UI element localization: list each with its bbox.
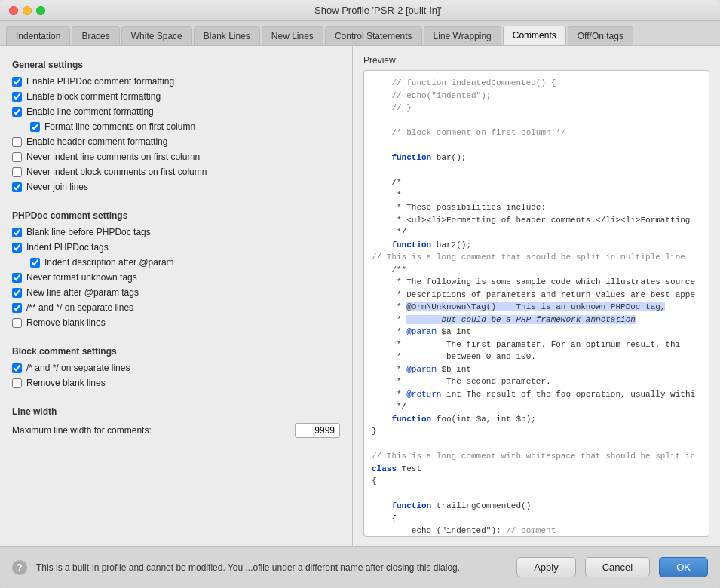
checkbox-format-first-col: Format line comments on first column — [12, 121, 340, 132]
checkbox-enable-header: Enable header comment formatting — [12, 136, 340, 147]
window-title: Show Profile 'PSR-2 [built-in]' — [45, 5, 711, 16]
block-settings-title: Block comment settings — [12, 346, 340, 357]
tab-comments[interactable]: Comments — [503, 26, 566, 45]
code-content: // function indentedCommented() { // ech… — [364, 71, 709, 536]
checkbox-block-separate-label: /* and */ on separate lines — [26, 363, 130, 373]
checkbox-enable-line-label: Enable line comment formatting — [26, 106, 154, 117]
checkbox-indent-phpdoc: Indent PHPDoc tags — [12, 242, 340, 253]
checkbox-never-format-unknown: Never format unknown tags — [12, 272, 340, 283]
checkbox-never-join-label: Never join lines — [26, 182, 88, 192]
checkbox-never-indent-line: Never indent line comments on first colu… — [12, 152, 340, 162]
titlebar: Show Profile 'PSR-2 [built-in]' — [0, 0, 720, 21]
tabs-bar: Indentation Braces White Space Blank Lin… — [0, 21, 720, 46]
tab-control-statements[interactable]: Control Statements — [325, 26, 422, 45]
cancel-button[interactable]: Cancel — [585, 557, 650, 577]
apply-button[interactable]: Apply — [516, 557, 576, 577]
checkbox-never-indent-block-input[interactable] — [12, 167, 22, 177]
footer: ? This is a built-in profile and cannot … — [0, 546, 720, 588]
checkbox-never-join: Never join lines — [12, 182, 340, 192]
checkbox-enable-phpdoc-input[interactable] — [12, 77, 22, 87]
tab-line-wrapping[interactable]: Line Wrapping — [424, 26, 501, 45]
checkbox-remove-blank-phpdoc-input[interactable] — [12, 318, 22, 328]
checkbox-docblock-separate: /** and */ on separate lines — [12, 302, 340, 313]
tab-blank-lines[interactable]: Blank Lines — [194, 26, 260, 45]
checkbox-blank-before-phpdoc-label: Blank line before PHPDoc tags — [26, 227, 151, 237]
line-width-title: Line width — [12, 406, 340, 417]
maximize-button[interactable] — [36, 6, 45, 15]
checkbox-enable-block-label: Enable block comment formatting — [26, 91, 161, 102]
checkbox-newline-after-param: New line after @param tags — [12, 287, 340, 298]
close-button[interactable] — [9, 6, 18, 15]
checkbox-indent-desc-label: Indent description after @param — [44, 257, 174, 268]
minimize-button[interactable] — [23, 6, 32, 15]
checkbox-remove-blank-block: Remove blank lines — [12, 378, 340, 388]
checkbox-never-indent-block: Never indent block comments on first col… — [12, 167, 340, 177]
checkbox-never-indent-line-label: Never indent line comments on first colu… — [26, 152, 200, 162]
checkbox-enable-line: Enable line comment formatting — [12, 106, 340, 117]
checkbox-never-join-input[interactable] — [12, 182, 22, 192]
general-settings-title: General settings — [12, 60, 340, 70]
checkbox-enable-header-input[interactable] — [12, 137, 22, 147]
line-width-row: Maximum line width for comments: — [12, 423, 340, 438]
tab-offon-tags[interactable]: Off/On tags — [568, 26, 633, 45]
preview-label: Preview: — [363, 55, 709, 66]
checkbox-remove-blank-block-input[interactable] — [12, 378, 22, 388]
footer-info-text: This is a built-in profile and cannot be… — [36, 562, 507, 573]
checkbox-blank-before-phpdoc-input[interactable] — [12, 228, 22, 237]
tab-braces[interactable]: Braces — [72, 26, 119, 45]
checkbox-never-indent-line-input[interactable] — [12, 152, 22, 162]
checkbox-block-separate-input[interactable] — [12, 363, 22, 373]
checkbox-remove-blank-block-label: Remove blank lines — [26, 378, 106, 388]
code-preview: // function indentedCommented() { // ech… — [363, 70, 709, 537]
checkbox-newline-after-param-input[interactable] — [12, 288, 22, 298]
checkbox-enable-phpdoc: Enable PHPDoc comment formatting — [12, 76, 340, 87]
checkbox-newline-after-param-label: New line after @param tags — [26, 287, 139, 298]
tab-indentation[interactable]: Indentation — [6, 26, 70, 45]
checkbox-indent-phpdoc-input[interactable] — [12, 243, 22, 253]
checkbox-enable-block-input[interactable] — [12, 92, 22, 102]
checkbox-block-separate: /* and */ on separate lines — [12, 363, 340, 373]
checkbox-never-indent-block-label: Never indent block comments on first col… — [26, 167, 207, 177]
line-width-input[interactable] — [295, 423, 340, 438]
checkbox-indent-phpdoc-label: Indent PHPDoc tags — [26, 242, 109, 253]
checkbox-never-format-unknown-label: Never format unknown tags — [26, 272, 137, 283]
checkbox-indent-desc: Indent description after @param — [12, 257, 340, 268]
tab-white-space[interactable]: White Space — [121, 26, 192, 45]
checkbox-remove-blank-phpdoc-label: Remove blank lines — [26, 317, 106, 328]
checkbox-remove-blank-phpdoc: Remove blank lines — [12, 317, 340, 328]
checkbox-enable-header-label: Enable header comment formatting — [26, 136, 167, 147]
checkbox-enable-phpdoc-label: Enable PHPDoc comment formatting — [26, 76, 174, 87]
checkbox-format-first-col-input[interactable] — [30, 122, 40, 132]
checkbox-blank-before-phpdoc: Blank line before PHPDoc tags — [12, 227, 340, 237]
checkbox-format-first-col-label: Format line comments on first column — [44, 121, 195, 132]
checkbox-indent-desc-input[interactable] — [30, 258, 40, 268]
tab-new-lines[interactable]: New Lines — [262, 26, 323, 45]
checkbox-docblock-separate-input[interactable] — [12, 303, 22, 313]
checkbox-docblock-separate-label: /** and */ on separate lines — [26, 302, 133, 313]
ok-button[interactable]: OK — [659, 557, 708, 577]
checkbox-never-format-unknown-input[interactable] — [12, 273, 22, 283]
main-window: Show Profile 'PSR-2 [built-in]' Indentat… — [0, 0, 720, 588]
left-panel: General settings Enable PHPDoc comment f… — [0, 46, 353, 546]
line-width-label: Maximum line width for comments: — [12, 425, 152, 436]
checkbox-enable-block: Enable block comment formatting — [12, 91, 340, 102]
phpdoc-settings-title: PHPDoc comment settings — [12, 210, 340, 221]
checkbox-enable-line-input[interactable] — [12, 107, 22, 117]
right-panel: Preview: // function indentedCommented()… — [353, 46, 720, 546]
info-icon: ? — [12, 560, 27, 575]
window-controls — [9, 6, 45, 15]
main-content: General settings Enable PHPDoc comment f… — [0, 46, 720, 546]
